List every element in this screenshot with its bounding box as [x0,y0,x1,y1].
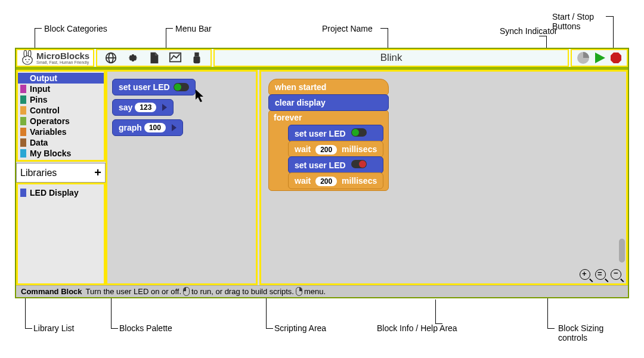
category-data[interactable]: Data [18,137,104,148]
callout-project-name: Project Name [322,24,373,33]
category-label: Output [30,73,57,83]
menu-bar [96,49,212,67]
callout-scripting-area: Scripting Area [274,323,326,333]
category-label: Data [30,138,48,147]
toggle-on[interactable] [174,83,189,91]
block-value[interactable]: 100 [144,123,166,132]
callout-line [166,28,173,29]
block-say[interactable]: say 123 [112,99,174,116]
forever-body: set user LED wait 200 millisecs set user… [278,125,383,189]
zoom-reset-button[interactable] [595,269,606,280]
block-label: wait [295,176,311,186]
block-label: graph [119,123,142,132]
swatch [20,128,26,136]
zoom-controls [580,269,621,280]
app-frame: MicroBlocks Small, Fast, Human Friendly … [15,48,629,298]
svg-point-2 [28,50,31,57]
category-label: My Blocks [30,149,71,158]
category-label: Control [30,106,60,115]
usb-icon[interactable] [190,51,203,64]
header-bar: MicroBlocks Small, Fast, Human Friendly … [16,49,628,70]
help-bar: Command Block Turn the user LED on or of… [16,285,628,297]
block-label: clear display [275,98,326,107]
run-controls [571,49,628,67]
swatch [20,138,26,147]
help-text: Turn the user LED on or off. [86,287,181,296]
svg-point-4 [29,59,30,60]
block-wait-2[interactable]: wait 200 millisecs [288,172,383,189]
file-icon[interactable] [147,51,160,64]
block-set-user-led-on[interactable]: set user LED [288,125,383,142]
scrollbar-thumb[interactable] [619,239,625,263]
gear-icon[interactable] [126,51,139,64]
cursor-icon [196,90,208,104]
sync-indicator-icon [577,51,590,64]
callout-line [380,28,388,29]
category-variables[interactable]: Variables [18,126,104,137]
block-graph[interactable]: graph 100 [112,119,183,136]
block-when-started[interactable]: when started [268,79,389,95]
block-label: set user LED [119,82,170,92]
zoom-in-button[interactable] [580,269,590,280]
category-label: Input [30,84,50,94]
toggle-off[interactable] [351,160,367,168]
expand-icon[interactable] [172,124,177,131]
start-button[interactable] [593,51,606,64]
block-set-user-led-off[interactable]: set user LED [288,156,383,174]
logo-title: MicroBlocks [36,51,89,60]
add-library-button[interactable]: + [94,166,101,180]
category-myblocks[interactable]: My Blocks [18,148,104,159]
callout-line [111,328,118,329]
right-click-icon [296,287,302,296]
category-control[interactable]: Control [18,105,104,116]
graph-icon[interactable] [169,51,182,64]
callout-line [547,328,555,329]
left-click-icon [183,287,190,296]
block-value[interactable]: 123 [135,103,156,112]
block-wait-1[interactable]: wait 200 millisecs [288,141,383,158]
block-value[interactable]: 200 [315,145,337,155]
callout-menu-bar: Menu Bar [175,24,212,33]
sidebar: Output Input Pins Control Operators Vari… [16,70,106,285]
svg-point-0 [23,55,33,64]
swatch [20,117,26,125]
block-label: set user LED [295,129,346,138]
block-set-user-led[interactable]: set user LED [112,79,196,95]
block-forever[interactable]: forever set user LED wait 200 millisecs [268,110,389,191]
stop-button[interactable] [610,52,622,64]
help-title: Command Block [21,287,82,296]
swatch [20,74,26,82]
category-output[interactable]: Output [18,73,104,84]
callout-block-info: Block Info / Help Area [377,323,457,333]
svg-rect-9 [195,53,199,56]
category-pins[interactable]: Pins [18,94,104,105]
callout-line [613,16,614,52]
block-label: when started [275,82,326,92]
toggle-on[interactable] [351,128,367,137]
libraries-label: Libraries [20,168,57,178]
category-input[interactable]: Input [18,84,104,94]
block-value[interactable]: 200 [315,177,337,186]
blocks-palette[interactable]: set user LED say 123 graph 100 [106,70,258,285]
svg-point-1 [24,50,27,57]
expand-icon[interactable] [162,104,167,111]
zoom-out-button[interactable] [611,269,621,280]
body: Output Input Pins Control Operators Vari… [16,70,628,285]
help-text: menu. [304,287,326,296]
logo[interactable]: MicroBlocks Small, Fast, Human Friendly [16,49,94,67]
svg-marker-12 [595,53,605,63]
globe-icon[interactable] [104,51,117,64]
callout-line [539,36,546,36]
category-label: Variables [30,127,67,137]
swatch [20,106,26,115]
callout-line [435,300,436,323]
scripting-area[interactable]: when started clear display forever set u… [259,70,628,285]
callout-line [25,328,32,329]
block-clear-display[interactable]: clear display [268,94,389,111]
script-stack[interactable]: when started clear display forever set u… [268,79,389,190]
library-item[interactable]: LED Display [20,187,101,199]
block-label: forever [274,113,302,122]
callout-blocks-palette: Blocks Palette [119,323,172,333]
help-text: to run, or drag to build scripts. [191,287,294,296]
category-operators[interactable]: Operators [18,116,104,126]
